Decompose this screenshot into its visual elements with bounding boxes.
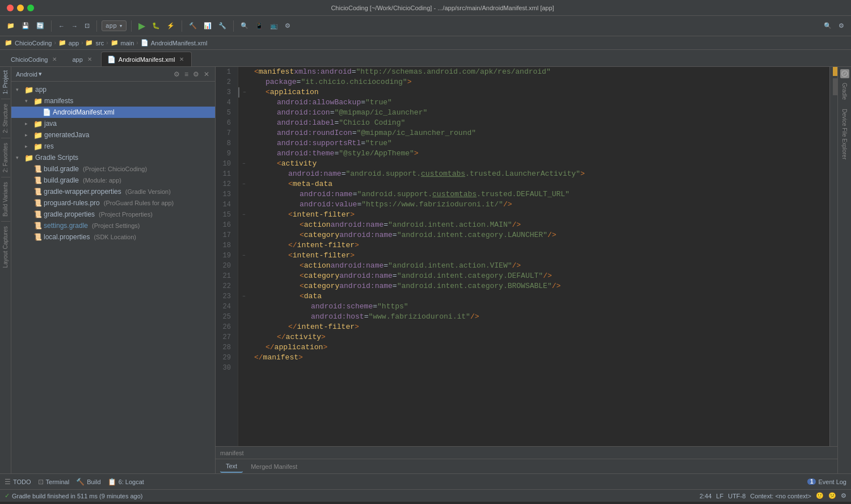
code-editor[interactable]: 1 2 3 4 5 6 7 8 9 10 11 12 13 14 15 16 1… [216, 67, 837, 446]
refactor-button[interactable]: 🔧 [216, 21, 229, 31]
tree-item-proguard[interactable]: 📜 proguard-rules.pro (ProGuard Rules for… [11, 197, 215, 209]
scrollbar-thumb[interactable] [833, 78, 837, 95]
tree-item-app[interactable]: ▾ 📁 app [11, 84, 215, 95]
sidebar-tab-project[interactable]: 1: Project [1, 67, 10, 98]
tree-label-res: res [44, 142, 54, 150]
device-file-explorer-label[interactable]: Device File Explorer [841, 107, 848, 162]
gradle-properties-icon: 📜 [33, 210, 42, 218]
avd-manager-button[interactable]: 📺 [268, 21, 280, 31]
gradle-file-icon-2: 📜 [33, 176, 42, 184]
editor-scrollbar[interactable] [829, 67, 837, 446]
terminal-button[interactable]: ⊡ Terminal [38, 478, 70, 486]
tree-item-generatedjava[interactable]: ▸ 📁 generatedJava [11, 129, 215, 141]
tab-chiciocoding[interactable]: ChicioCoding ✕ [5, 52, 65, 66]
bookmark-button[interactable]: ⊡ [82, 21, 92, 31]
line-num-3: 3 [216, 87, 234, 98]
sidebar-tab-build-variants[interactable]: Build Variants [1, 179, 10, 220]
maximize-button[interactable] [27, 5, 34, 11]
open-folder-button[interactable]: 📁 [5, 21, 17, 31]
back-button[interactable]: ← [56, 22, 67, 31]
breadcrumb-chiciocoding[interactable]: ChicioCoding [15, 40, 52, 46]
tree-arrow-app: ▾ [16, 87, 23, 92]
tab-androidmanifest-close[interactable]: ✕ [178, 56, 186, 63]
breadcrumb-file[interactable]: AndroidManifest.xml [151, 40, 208, 46]
event-log-button[interactable]: 1 Event Log [807, 478, 846, 485]
folder-icon-generatedjava: 📁 [33, 131, 43, 139]
logcat-button[interactable]: 📋 6: Logcat [108, 478, 144, 486]
status-left: ✓ Gradle build finished in 511 ms (9 min… [5, 492, 695, 499]
fold-15[interactable]: − [238, 210, 250, 220]
fold-23[interactable]: − [238, 291, 250, 302]
code-line-14: android:value="https://www.fabrizioduron… [254, 200, 825, 210]
fold-11 [238, 169, 250, 179]
divider-3 [1, 177, 10, 177]
forward-button[interactable]: → [69, 22, 80, 31]
code-content[interactable]: <manifest xmlns:android="http://schemas.… [250, 67, 829, 446]
tab-app-close[interactable]: ✕ [86, 56, 94, 63]
run-button[interactable]: ▶ [136, 19, 148, 32]
line-num-8: 8 [216, 138, 234, 149]
tree-label-manifests: manifests [44, 97, 73, 105]
project-panel: Android ▾ ⚙ ≡ ⚙ ✕ ▾ 📁 app ▾ 📁 manifests [11, 67, 216, 473]
fold-3[interactable]: − [238, 87, 250, 98]
build-button[interactable]: 🔨 [187, 21, 199, 31]
sidebar-tab-structure[interactable]: 2: Structure [1, 100, 10, 137]
settings-panel-button[interactable]: ⚙ [192, 69, 200, 79]
tree-sublabel-build-gradle-module: (Module: app) [83, 177, 121, 184]
tree-item-build-gradle-module[interactable]: 📜 build.gradle (Module: app) [11, 175, 215, 186]
todo-button[interactable]: ☰ TODO [5, 478, 31, 486]
close-button[interactable] [7, 5, 14, 11]
tree-item-manifests[interactable]: ▾ 📁 manifests [11, 95, 215, 107]
breadcrumb-src[interactable]: src [95, 40, 104, 46]
sync-project-button[interactable]: ⚙ [283, 21, 293, 31]
fold-1[interactable] [238, 67, 250, 77]
global-search-button[interactable]: 🔍 [821, 21, 834, 31]
tree-item-build-gradle-project[interactable]: 📜 build.gradle (Project: ChicioCoding) [11, 163, 215, 175]
tree-item-res[interactable]: ▸ 📁 res [11, 141, 215, 152]
breadcrumb-app[interactable]: app [69, 40, 79, 46]
fold-10[interactable]: − [238, 159, 250, 169]
tab-androidmanifest[interactable]: 📄 AndroidManifest.xml ✕ [101, 52, 192, 66]
status-charset[interactable]: UTF-8 [728, 493, 745, 499]
save-button[interactable]: 💾 [19, 21, 32, 31]
status-icon-settings[interactable]: ⚙ [841, 492, 846, 499]
gradle-label[interactable]: Gradle [841, 81, 848, 102]
sdk-manager-button[interactable]: 📱 [253, 21, 266, 31]
fold-2[interactable] [238, 77, 250, 87]
tree-item-java[interactable]: ▸ 📁 java [11, 118, 215, 129]
bottom-tab-text[interactable]: Text [220, 460, 243, 473]
code-line-26: </intent-filter> [254, 322, 825, 332]
settings-button[interactable]: ⚙ [836, 21, 846, 31]
tree-item-gradle-wrapper[interactable]: 📜 gradle-wrapper.properties (Gradle Vers… [11, 186, 215, 197]
line-num-7: 7 [216, 128, 234, 138]
sidebar-tab-layout-captures[interactable]: Layout Captures [1, 223, 10, 271]
attach-button[interactable]: ⚡ [165, 21, 177, 31]
minimize-button[interactable] [17, 5, 24, 11]
tab-app[interactable]: app ✕ [66, 52, 99, 66]
collapse-all-button[interactable]: ≡ [183, 69, 189, 79]
search-replace-button[interactable]: 🔍 [238, 21, 251, 31]
build-button-bottom[interactable]: 🔨 Build [76, 478, 100, 486]
tree-item-androidmanifest[interactable]: 📄 AndroidManifest.xml [11, 107, 215, 118]
fold-12[interactable]: − [238, 179, 250, 189]
sync-button[interactable]: 🔄 [34, 21, 47, 31]
tree-item-local-properties[interactable]: 📜 local.properties (SDK Location) [11, 231, 215, 243]
tree-item-settings-gradle[interactable]: 📜 settings.gradle (Project Settings) [11, 220, 215, 231]
analyze-button[interactable]: 📊 [201, 21, 214, 31]
android-dropdown[interactable]: Android ▾ [16, 70, 42, 78]
tree-item-gradle-properties[interactable]: 📜 gradle.properties (Project Properties) [11, 209, 215, 220]
status-lf[interactable]: LF [716, 493, 723, 499]
close-panel-button[interactable]: ✕ [203, 69, 210, 79]
line-num-14: 14 [216, 200, 234, 210]
sidebar-tab-favorites[interactable]: 2: Favorites [1, 139, 10, 176]
line-num-27: 27 [216, 332, 234, 342]
bottom-tab-merged-manifest[interactable]: Merged Manifest [245, 460, 303, 473]
sync-icon-button[interactable]: ⚙ [172, 69, 181, 79]
fold-19[interactable]: − [238, 251, 250, 261]
debug-button[interactable]: 🐛 [150, 21, 162, 31]
status-position[interactable]: 2:44 [700, 493, 711, 499]
breadcrumb-main[interactable]: main [121, 40, 134, 46]
tab-chiciocoding-close[interactable]: ✕ [50, 56, 58, 63]
tree-item-gradle-scripts[interactable]: ▾ 📁 Gradle Scripts [11, 152, 215, 163]
app-dropdown[interactable]: app ▾ [102, 20, 127, 31]
